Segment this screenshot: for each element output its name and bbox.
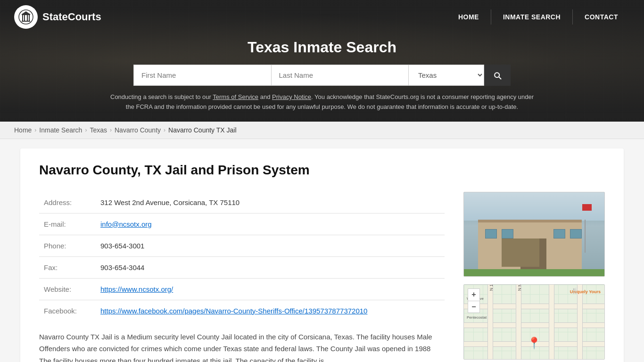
phone-label: Phone: <box>39 235 96 256</box>
map-zoom-out[interactable]: − <box>468 301 480 313</box>
breadcrumb-texas[interactable]: Texas <box>90 126 107 134</box>
table-row: Fax: 903-654-3044 <box>39 256 445 278</box>
nav-links: HOME INMATE SEARCH CONTACT <box>446 9 630 25</box>
facility-right-column: N 13th St N Main St W 1st Ave Pentecosta… <box>463 192 605 362</box>
breadcrumb-home[interactable]: Home <box>14 126 32 134</box>
address-value: 312 West 2nd Avenue, Corsicana, TX 75110 <box>96 192 445 214</box>
nav-inmate-search[interactable]: INMATE SEARCH <box>491 9 572 25</box>
breadcrumb-sep-1: › <box>34 127 36 133</box>
info-table: Address: 312 West 2nd Avenue, Corsicana,… <box>39 192 445 321</box>
logo-icon <box>14 5 38 29</box>
email-value: info@ncsotx.org <box>96 213 445 235</box>
fax-value: 903-654-3044 <box>96 256 445 278</box>
website-value: https://www.ncsotx.org/ <box>96 278 445 300</box>
map-pin: 📍 <box>527 337 541 350</box>
map-zoom-in[interactable]: + <box>468 288 480 301</box>
email-link[interactable]: info@ncsotx.org <box>100 220 152 228</box>
website-link[interactable]: https://www.ncsotx.org/ <box>100 285 173 293</box>
page-title: Texas Inmate Search <box>9 39 635 56</box>
svg-rect-4 <box>24 15 25 21</box>
disclaimer: Conducting a search is subject to our Te… <box>110 92 534 112</box>
table-row: E-mail: info@ncsotx.org <box>39 213 445 235</box>
search-button[interactable] <box>484 65 511 86</box>
breadcrumb-inmate-search[interactable]: Inmate Search <box>39 126 82 134</box>
content-layout: Address: 312 West 2nd Avenue, Corsicana,… <box>39 192 605 362</box>
terms-link[interactable]: Terms of Service <box>213 93 258 100</box>
fax-label: Fax: <box>39 256 96 278</box>
table-row: Website: https://www.ncsotx.org/ <box>39 278 445 300</box>
breadcrumb: Home › Inmate Search › Texas › Navarro C… <box>0 122 644 139</box>
nav-home[interactable]: HOME <box>446 9 491 25</box>
search-bar: Select State Alabama Alaska Arizona Arka… <box>133 65 511 86</box>
facility-heading: Navarro County, TX Jail and Prison Syste… <box>39 163 605 178</box>
table-row: Address: 312 West 2nd Avenue, Corsicana,… <box>39 192 445 214</box>
logo-link[interactable]: StateCourts <box>14 5 101 29</box>
last-name-input[interactable] <box>271 65 409 86</box>
facility-photo <box>463 192 605 277</box>
table-row: Phone: 903-654-3001 <box>39 235 445 256</box>
svg-rect-6 <box>29 15 30 21</box>
svg-rect-1 <box>22 21 30 22</box>
facebook-value: https://www.facebook.com/pages/Navarro-C… <box>96 300 445 321</box>
facility-description: Navarro County TX Jail is a Medium secur… <box>39 331 445 362</box>
nav-contact[interactable]: CONTACT <box>572 9 630 25</box>
header-content: Texas Inmate Search Select State Alabama… <box>0 34 644 122</box>
breadcrumb-navarro-county[interactable]: Navarro County <box>115 126 161 134</box>
email-label: E-mail: <box>39 213 96 235</box>
breadcrumb-current: Navarro County TX Jail <box>168 126 236 134</box>
svg-rect-5 <box>27 15 28 21</box>
facebook-link[interactable]: https://www.facebook.com/pages/Navarro-C… <box>100 307 367 315</box>
first-name-input[interactable] <box>133 65 271 86</box>
header: StateCourts HOME INMATE SEARCH CONTACT T… <box>0 0 644 122</box>
facebook-label: Facebook: <box>39 300 96 321</box>
address-label: Address: <box>39 192 96 214</box>
breadcrumb-sep-2: › <box>85 127 87 133</box>
website-label: Website: <box>39 278 96 300</box>
state-select[interactable]: Select State Alabama Alaska Arizona Arka… <box>409 65 484 86</box>
phone-value: 903-654-3001 <box>96 235 445 256</box>
svg-rect-3 <box>22 15 23 21</box>
svg-marker-7 <box>22 11 30 14</box>
breadcrumb-sep-4: › <box>164 127 165 133</box>
facility-info: Address: 312 West 2nd Avenue, Corsicana,… <box>39 192 445 362</box>
svg-rect-2 <box>22 14 30 15</box>
map-container: N 13th St N Main St W 1st Ave Pentecosta… <box>463 284 605 360</box>
main-content: Navarro County, TX Jail and Prison Syste… <box>20 148 624 362</box>
privacy-link[interactable]: Privacy Notice <box>272 93 311 100</box>
breadcrumb-sep-3: › <box>110 127 112 133</box>
logo-text: StateCourts <box>42 11 101 23</box>
nav-bar: StateCourts HOME INMATE SEARCH CONTACT <box>0 0 644 34</box>
table-row: Facebook: https://www.facebook.com/pages… <box>39 300 445 321</box>
map-controls: + − <box>468 288 480 313</box>
